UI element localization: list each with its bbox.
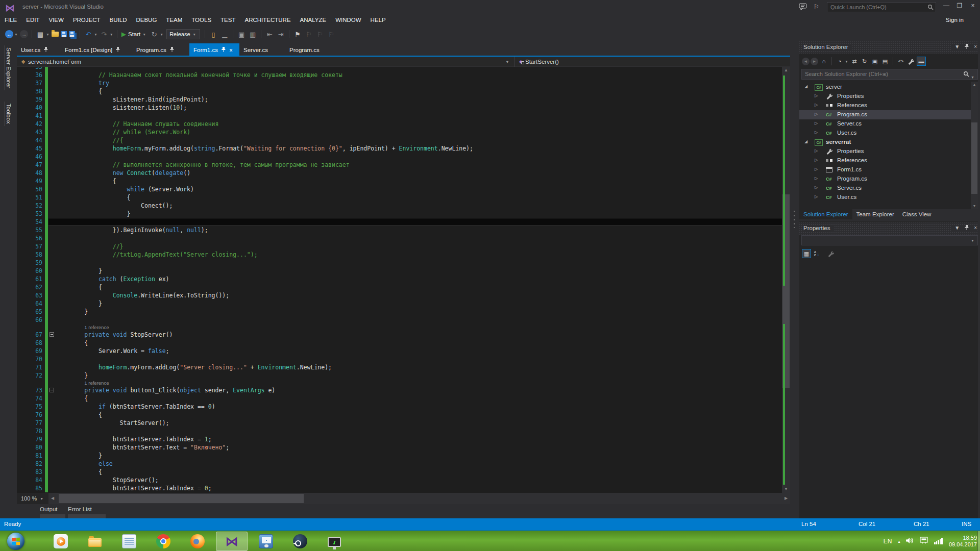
tab-server-cs[interactable]: Server.cs — [239, 43, 276, 56]
new-project-icon[interactable]: ▤ — [36, 30, 45, 39]
refresh-icon[interactable]: ↻ — [860, 57, 869, 66]
close-icon[interactable]: × — [974, 225, 977, 231]
pin-icon[interactable] — [170, 47, 174, 53]
scroll-down-icon[interactable]: ▼ — [782, 486, 790, 493]
tree-item-properties[interactable]: ▷Properties — [799, 92, 971, 101]
property-pages-icon[interactable] — [826, 249, 835, 258]
scroll-down-icon[interactable]: ▼ — [971, 203, 978, 209]
code-line[interactable]: 56 — [17, 234, 790, 242]
view-code-icon[interactable]: <> — [896, 57, 905, 66]
code-line[interactable]: 51{ — [17, 193, 790, 202]
forward-icon[interactable]: ► — [811, 58, 818, 65]
taskbar-button-steam[interactable] — [284, 532, 316, 551]
taskbar-button-media-player[interactable] — [45, 532, 77, 551]
minimize-button[interactable]: — — [940, 0, 952, 11]
bookmark-icon[interactable]: ⚑ — [293, 30, 302, 39]
codelens-row[interactable]: 1 reference — [17, 380, 790, 386]
tool-tab-class-view[interactable]: Class View — [898, 209, 936, 219]
code-line[interactable]: 72} — [17, 371, 790, 380]
code-line[interactable]: 74{ — [17, 394, 790, 403]
tree-item-server-cs[interactable]: ▷C#Server.cs — [799, 184, 971, 193]
close-icon[interactable]: × — [229, 48, 233, 53]
solution-explorer-search-input[interactable]: Search Solution Explorer (Ctrl+ж) ▼ — [801, 69, 978, 80]
nav-forward-icon[interactable]: → — [20, 30, 28, 38]
tree-item-references[interactable]: ▷References — [799, 156, 971, 165]
categorized-icon[interactable]: ▦ — [802, 249, 811, 258]
code-line[interactable]: 85btnStartServer.TabIndex = 0; — [17, 484, 790, 492]
collapsed-arrow-icon[interactable]: ▷ — [815, 176, 818, 181]
panel-tab-error-list[interactable]: Error List — [68, 506, 92, 512]
toolbox-side-tab[interactable]: Toolbox — [4, 102, 13, 126]
code-line[interactable]: 57//} — [17, 242, 790, 251]
taskbar-button-firefox[interactable] — [182, 532, 213, 551]
network-signal-icon[interactable] — [934, 538, 943, 544]
tab-program-cs[interactable]: Program.cs — [285, 43, 326, 56]
save-icon[interactable] — [61, 31, 67, 37]
code-line[interactable]: 67private void StopServer() — [17, 331, 790, 339]
preview-selected-items-icon[interactable]: ▬ — [917, 57, 926, 66]
code-line[interactable]: 43// while (Server.Work) — [17, 128, 790, 136]
scroll-up-icon[interactable]: ▲ — [971, 82, 978, 88]
redo-icon[interactable]: ↷ — [100, 30, 109, 39]
collapsed-arrow-icon[interactable]: ▷ — [815, 167, 818, 171]
volume-icon[interactable] — [906, 537, 914, 546]
expanded-arrow-icon[interactable]: ◢ — [804, 84, 807, 89]
panel-tab-output[interactable]: Output — [40, 506, 58, 512]
quick-launch-input[interactable]: Quick Launch (Ctrl+Q) — [827, 2, 936, 12]
code-line[interactable]: 48new Connect(delegate() — [17, 169, 790, 177]
tab-form1-cs[interactable]: Form1.cs× — [189, 43, 239, 56]
tree-item-properties[interactable]: ▷Properties — [799, 147, 971, 156]
pin-icon[interactable] — [116, 47, 120, 53]
code-line[interactable]: 82else — [17, 460, 790, 468]
chevron-down-icon[interactable]: ▼ — [845, 60, 848, 63]
tree-item-user-cs[interactable]: ▷C#User.cs — [799, 129, 971, 138]
save-all-icon[interactable] — [69, 31, 75, 37]
code-line[interactable]: 80btnStartServer.Text = "Включено"; — [17, 443, 790, 452]
close-button[interactable]: × — [967, 0, 979, 11]
tray-app-icon[interactable] — [920, 537, 928, 546]
bookmark-clear-icon[interactable]: ⚐ — [327, 30, 336, 39]
show-all-files-icon[interactable]: ▤ — [880, 57, 890, 66]
taskbar-button-notepad[interactable] — [113, 532, 145, 551]
codelens-references[interactable]: 1 reference — [84, 380, 109, 386]
tree-item-program-cs[interactable]: ▷C#Program.cs — [799, 110, 971, 119]
close-icon[interactable]: × — [974, 44, 977, 50]
pending-changes-filter-icon[interactable]: ◔ — [835, 57, 844, 66]
code-line[interactable]: 71homeForm.myForm.addLog("Server closing… — [17, 363, 790, 371]
nav-back-icon[interactable]: ← — [5, 30, 13, 38]
code-line[interactable]: 69Server.Work = false; — [17, 347, 790, 355]
chevron-down-icon[interactable]: ▼ — [94, 33, 97, 36]
expanded-arrow-icon[interactable]: ◢ — [804, 139, 807, 144]
indent-increase-icon[interactable]: ⇥ — [276, 30, 285, 39]
editor-horizontal-scrollbar[interactable]: ◀ ▶ — [48, 493, 790, 504]
code-line[interactable]: 45homeForm.myForm.addLog(string.Format("… — [17, 144, 790, 153]
bookmark-prev-icon[interactable]: ⚐ — [304, 30, 313, 39]
code-editor[interactable]: 3536// Назначаем сокет локальной конечно… — [17, 67, 790, 493]
code-line[interactable]: 79btnStartServer.TabIndex = 1; — [17, 435, 790, 443]
tree-item-user-cs[interactable]: ▷C#User.cs — [799, 193, 971, 202]
scrollbar-thumb[interactable] — [59, 494, 304, 503]
pin-icon[interactable] — [222, 47, 226, 53]
menu-item-architecture[interactable]: ARCHITECTURE — [240, 14, 295, 27]
back-icon[interactable]: ◄ — [802, 58, 810, 65]
collapsed-arrow-icon[interactable]: ▷ — [815, 194, 818, 199]
home-icon[interactable]: ⌂ — [819, 57, 828, 66]
code-line[interactable]: 63Console.WriteLine(ex.ToString()); — [17, 291, 790, 299]
code-line[interactable]: 83{ — [17, 468, 790, 476]
alphabetical-sort-icon[interactable]: AZ↓ — [812, 249, 821, 258]
tree-item-serverrat[interactable]: ◢C#serverrat — [799, 138, 971, 147]
menu-item-test[interactable]: TEST — [216, 14, 240, 27]
tree-scrollbar[interactable]: ▲ ▼ — [971, 82, 978, 209]
panel-splitter[interactable] — [790, 41, 799, 518]
tree-item-program-cs[interactable]: ▷C#Program.cs — [799, 174, 971, 184]
language-indicator[interactable]: EN — [884, 538, 892, 545]
tool-tab-team-explorer[interactable]: Team Explorer — [852, 209, 898, 219]
tree-item-server[interactable]: ◢C#server — [799, 83, 971, 92]
code-line[interactable]: 47// выполняется асинхронно в потоке, те… — [17, 161, 790, 169]
maximize-button[interactable]: ❐ — [953, 0, 966, 11]
tree-item-server-cs[interactable]: ▷C#Server.cs — [799, 119, 971, 129]
menu-item-help[interactable]: HELP — [366, 14, 390, 27]
collapsed-arrow-icon[interactable]: ▷ — [815, 158, 818, 162]
code-line[interactable]: 73private void button1_Click(object send… — [17, 386, 790, 394]
bookmark-next-icon[interactable]: ⚐ — [315, 30, 325, 39]
